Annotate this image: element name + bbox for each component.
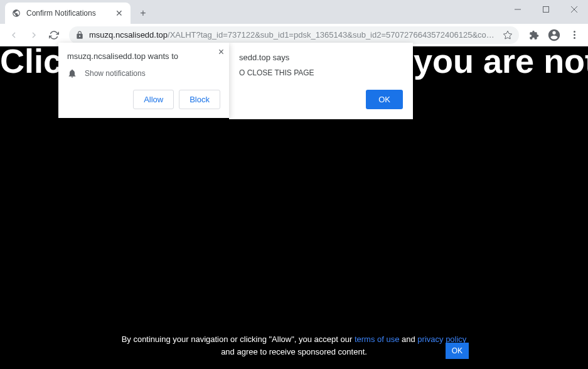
alert-title: sedd.top says xyxy=(239,53,403,62)
close-icon[interactable]: × xyxy=(218,46,224,58)
notification-origin: msuzq.ncsalisedd.top wants to xyxy=(67,51,220,61)
terms-link[interactable]: terms of use xyxy=(355,334,400,344)
allow-button[interactable]: Allow xyxy=(133,90,174,109)
url-text: msuzq.ncsalisedd.top/XALHT?tag_id=737122… xyxy=(89,30,498,40)
notification-permission-popup: × msuzq.ncsalisedd.top wants to Show not… xyxy=(58,43,229,118)
window-controls xyxy=(503,0,588,19)
globe-icon xyxy=(11,8,21,18)
block-button[interactable]: Block xyxy=(179,90,220,109)
tab-title: Confirm Notifications xyxy=(26,9,109,18)
consent-text: By continuing your navigation or clickin… xyxy=(0,333,588,358)
close-tab-icon[interactable]: ✕ xyxy=(114,8,124,18)
browser-tab[interactable]: Confirm Notifications ✕ xyxy=(5,3,131,24)
svg-marker-4 xyxy=(503,31,511,39)
alert-body: O CLOSE THIS PAGE xyxy=(239,68,403,77)
minimize-button[interactable] xyxy=(503,0,532,19)
notification-permission-text: Show notifications xyxy=(85,69,146,78)
maximize-button[interactable] xyxy=(532,0,560,19)
lock-icon xyxy=(75,31,84,40)
browser-titlebar: Confirm Notifications ✕ + xyxy=(0,0,588,24)
alert-ok-button[interactable]: OK xyxy=(366,90,403,109)
javascript-alert: sedd.top says O CLOSE THIS PAGE OK xyxy=(229,43,413,119)
svg-rect-1 xyxy=(543,7,548,13)
star-icon[interactable] xyxy=(503,30,513,40)
consent-ok-button[interactable]: OK xyxy=(446,343,469,359)
new-tab-button[interactable]: + xyxy=(134,4,152,22)
close-window-button[interactable] xyxy=(560,0,588,19)
bell-icon xyxy=(67,68,77,78)
